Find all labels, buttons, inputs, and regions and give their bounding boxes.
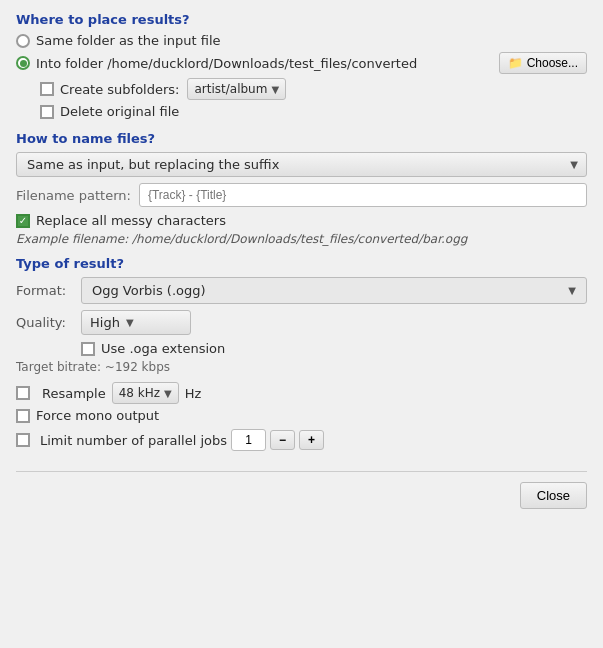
subfolder-dropdown-arrow: ▼ (271, 84, 279, 95)
main-container: Where to place results? Same folder as t… (0, 0, 603, 525)
bottom-bar: Close (16, 471, 587, 509)
format-dropdown[interactable]: Ogg Vorbis (.ogg) ▼ (81, 277, 587, 304)
parallel-label: Limit number of parallel jobs (40, 433, 227, 448)
choose-button-label: Choose... (527, 56, 578, 70)
naming-section-title: How to name files? (16, 131, 587, 146)
filename-pattern-label: Filename pattern: (16, 188, 131, 203)
same-folder-row: Same folder as the input file (16, 33, 587, 48)
target-bitrate: Target bitrate: ~192 kbps (16, 360, 587, 374)
quality-dropdown[interactable]: High ▼ (81, 310, 191, 335)
into-folder-radio[interactable] (16, 56, 30, 70)
hz-dropdown-arrow: ▼ (164, 388, 172, 399)
parallel-checkbox[interactable] (16, 433, 30, 447)
format-row: Format: Ogg Vorbis (.ogg) ▼ (16, 277, 587, 304)
subfolders-row: Create subfolders: artist/album ▼ (40, 78, 587, 100)
hz-label: Hz (185, 386, 202, 401)
mono-label: Force mono output (36, 408, 159, 423)
plus-label: + (308, 433, 315, 447)
replace-messy-checkbox[interactable] (16, 214, 30, 228)
oga-checkbox[interactable] (81, 342, 95, 356)
minus-label: − (279, 433, 286, 447)
close-button[interactable]: Close (520, 482, 587, 509)
naming-dropdown-value: Same as input, but replacing the suffix (27, 157, 279, 172)
same-folder-radio[interactable] (16, 34, 30, 48)
resample-label: Resample (42, 386, 106, 401)
oga-label: Use .oga extension (101, 341, 225, 356)
placement-section-title: Where to place results? (16, 12, 587, 27)
resample-checkbox[interactable] (16, 386, 30, 400)
filename-pattern-row: Filename pattern: (16, 183, 587, 207)
oga-row: Use .oga extension (81, 341, 587, 356)
naming-dropdown-arrow: ▼ (570, 159, 578, 170)
folder-icon: 📁 (508, 56, 523, 70)
into-folder-row: Into folder /home/ducklord/Downloads/tes… (16, 52, 587, 74)
subfolders-checkbox[interactable] (40, 82, 54, 96)
example-value: /home/ducklord/Downloads/test_files/conv… (132, 232, 467, 246)
quality-row: Quality: High ▼ (16, 310, 587, 335)
hz-value: 48 kHz (119, 386, 160, 400)
replace-messy-row: Replace all messy characters (16, 213, 587, 228)
replace-messy-label: Replace all messy characters (36, 213, 226, 228)
parallel-minus-button[interactable]: − (270, 430, 295, 450)
result-section-title: Type of result? (16, 256, 587, 271)
example-label: Example filename: (16, 232, 132, 246)
parallel-plus-button[interactable]: + (299, 430, 324, 450)
same-folder-label: Same folder as the input file (36, 33, 221, 48)
hz-dropdown[interactable]: 48 kHz ▼ (112, 382, 179, 404)
naming-dropdown[interactable]: Same as input, but replacing the suffix … (16, 152, 587, 177)
subfolder-dropdown[interactable]: artist/album ▼ (187, 78, 286, 100)
choose-button[interactable]: 📁 Choose... (499, 52, 587, 74)
quality-dropdown-arrow: ▼ (126, 317, 134, 328)
quality-value: High (90, 315, 120, 330)
mono-row: Force mono output (16, 408, 587, 423)
delete-original-checkbox[interactable] (40, 105, 54, 119)
mono-checkbox[interactable] (16, 409, 30, 423)
into-folder-label: Into folder /home/ducklord/Downloads/tes… (36, 56, 491, 71)
subfolders-label: Create subfolders: (60, 82, 179, 97)
parallel-jobs-input[interactable] (231, 429, 266, 451)
format-value: Ogg Vorbis (.ogg) (92, 283, 206, 298)
parallel-jobs-row: Limit number of parallel jobs − + (16, 429, 587, 451)
format-label: Format: (16, 283, 81, 298)
example-filename: Example filename: /home/ducklord/Downloa… (16, 232, 587, 246)
subfolder-option-label: artist/album (194, 82, 267, 96)
quality-label: Quality: (16, 315, 81, 330)
format-dropdown-arrow: ▼ (568, 285, 576, 296)
filename-pattern-input[interactable] (139, 183, 587, 207)
resample-row: Resample 48 kHz ▼ Hz (16, 382, 587, 404)
delete-original-label: Delete original file (60, 104, 179, 119)
delete-original-row: Delete original file (40, 104, 587, 119)
naming-dropdown-row: Same as input, but replacing the suffix … (16, 152, 587, 177)
